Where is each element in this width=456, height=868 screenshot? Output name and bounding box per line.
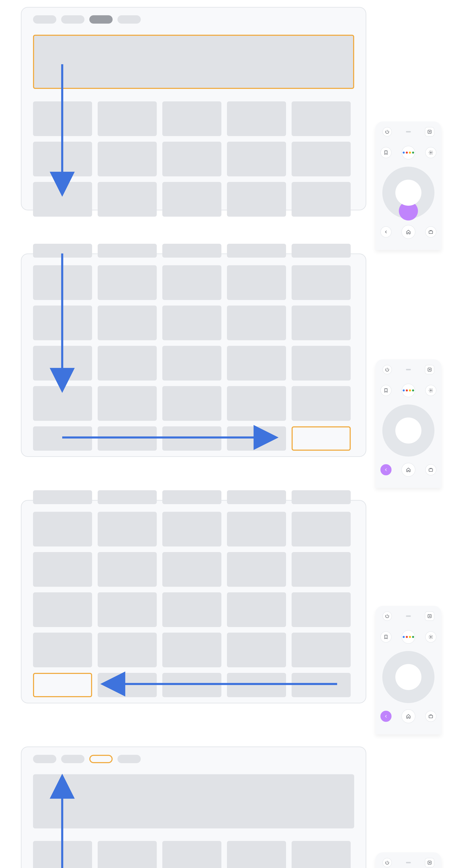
settings-button[interactable]: [425, 631, 436, 643]
card[interactable]: [98, 182, 157, 217]
card[interactable]: [162, 426, 221, 451]
card-focused[interactable]: [292, 426, 351, 451]
settings-button[interactable]: [425, 385, 436, 396]
hero-banner[interactable]: [33, 774, 354, 829]
input-button[interactable]: [425, 365, 434, 374]
card[interactable]: [33, 632, 92, 667]
card[interactable]: [33, 552, 92, 587]
card[interactable]: [227, 142, 286, 176]
assistant-button[interactable]: [402, 146, 415, 159]
card[interactable]: [162, 490, 221, 504]
card[interactable]: [292, 490, 351, 504]
card[interactable]: [162, 552, 221, 587]
bookmark-button[interactable]: [380, 631, 392, 643]
card[interactable]: [227, 182, 286, 217]
card[interactable]: [33, 592, 92, 627]
card[interactable]: [98, 841, 157, 868]
card[interactable]: [33, 101, 92, 136]
card[interactable]: [33, 346, 92, 380]
live-tv-button[interactable]: [425, 464, 436, 475]
live-tv-button[interactable]: [425, 711, 436, 722]
card[interactable]: [33, 306, 92, 340]
input-button[interactable]: [425, 858, 434, 867]
card[interactable]: [227, 306, 286, 340]
dpad-center[interactable]: [395, 664, 421, 690]
power-button[interactable]: [382, 365, 392, 374]
card[interactable]: [227, 265, 286, 300]
card[interactable]: [33, 182, 92, 217]
dpad[interactable]: [382, 167, 434, 219]
home-button[interactable]: [401, 225, 415, 239]
card[interactable]: [162, 182, 221, 217]
card[interactable]: [98, 101, 157, 136]
card[interactable]: [292, 673, 351, 697]
card[interactable]: [98, 552, 157, 587]
card[interactable]: [33, 244, 92, 258]
card[interactable]: [162, 101, 221, 136]
card[interactable]: [33, 386, 92, 421]
card[interactable]: [162, 306, 221, 340]
card[interactable]: [33, 490, 92, 504]
card[interactable]: [292, 592, 351, 627]
card[interactable]: [98, 265, 157, 300]
card[interactable]: [292, 346, 351, 380]
assistant-button[interactable]: [402, 630, 415, 644]
card[interactable]: [292, 512, 351, 547]
card[interactable]: [98, 426, 157, 451]
card[interactable]: [33, 841, 92, 868]
card[interactable]: [98, 592, 157, 627]
home-button[interactable]: [401, 709, 415, 723]
card[interactable]: [227, 490, 286, 504]
card[interactable]: [98, 386, 157, 421]
card[interactable]: [98, 632, 157, 667]
assistant-button[interactable]: [402, 384, 415, 397]
card[interactable]: [292, 182, 351, 217]
card[interactable]: [292, 552, 351, 587]
card[interactable]: [98, 142, 157, 176]
card[interactable]: [227, 244, 286, 258]
back-button-highlight[interactable]: [380, 711, 392, 722]
card[interactable]: [227, 426, 286, 451]
card[interactable]: [162, 673, 221, 697]
tab-2[interactable]: [61, 15, 84, 24]
power-button[interactable]: [382, 127, 392, 136]
tab-4[interactable]: [117, 755, 141, 763]
card[interactable]: [33, 426, 92, 451]
card[interactable]: [227, 552, 286, 587]
card[interactable]: [292, 632, 351, 667]
card[interactable]: [162, 386, 221, 421]
tab-1[interactable]: [33, 755, 56, 763]
card[interactable]: [162, 265, 221, 300]
card[interactable]: [162, 244, 221, 258]
input-button[interactable]: [425, 612, 434, 621]
card[interactable]: [292, 306, 351, 340]
card[interactable]: [162, 142, 221, 176]
back-button-highlight[interactable]: [380, 464, 392, 475]
card[interactable]: [227, 512, 286, 547]
hero-banner-focused[interactable]: [33, 35, 354, 89]
card[interactable]: [227, 346, 286, 380]
card[interactable]: [162, 632, 221, 667]
back-button[interactable]: [380, 226, 392, 238]
dpad-center[interactable]: [395, 417, 421, 443]
settings-button[interactable]: [425, 147, 436, 158]
home-button[interactable]: [401, 463, 415, 477]
card[interactable]: [162, 512, 221, 547]
card[interactable]: [227, 592, 286, 627]
card[interactable]: [227, 101, 286, 136]
card[interactable]: [292, 244, 351, 258]
card[interactable]: [98, 346, 157, 380]
tab-1[interactable]: [33, 15, 56, 24]
card[interactable]: [292, 142, 351, 176]
bookmark-button[interactable]: [380, 147, 392, 158]
card[interactable]: [162, 592, 221, 627]
live-tv-button[interactable]: [425, 226, 436, 238]
card[interactable]: [227, 386, 286, 421]
card[interactable]: [227, 632, 286, 667]
bookmark-button[interactable]: [380, 385, 392, 396]
dpad[interactable]: [382, 651, 434, 703]
tab-4[interactable]: [117, 15, 141, 24]
tab-3-focused[interactable]: [89, 755, 113, 763]
card[interactable]: [33, 142, 92, 176]
card[interactable]: [98, 306, 157, 340]
